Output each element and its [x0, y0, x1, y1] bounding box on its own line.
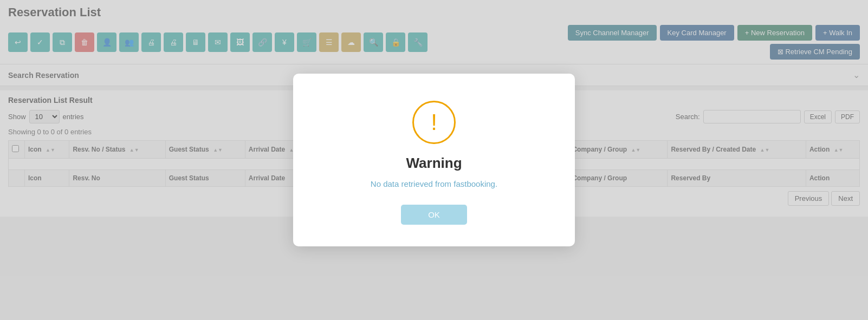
exclamation-icon: ! [431, 111, 437, 134]
modal-box: ! Warning No data retrieved from fastboo… [293, 74, 575, 246]
modal-message: No data retrieved from fastbooking. [326, 179, 542, 188]
modal-ok-btn[interactable]: OK [401, 205, 467, 225]
warning-icon: ! [412, 101, 456, 144]
page-wrapper: Reservation List ↩✓⧉🗑👤👥🖨🖨🖥✉🖼🔗¥🛒☰☁🔍🔒🔧 Syn… [0, 0, 868, 320]
modal-title: Warning [326, 155, 542, 172]
modal-overlay: ! Warning No data retrieved from fastboo… [0, 0, 868, 320]
